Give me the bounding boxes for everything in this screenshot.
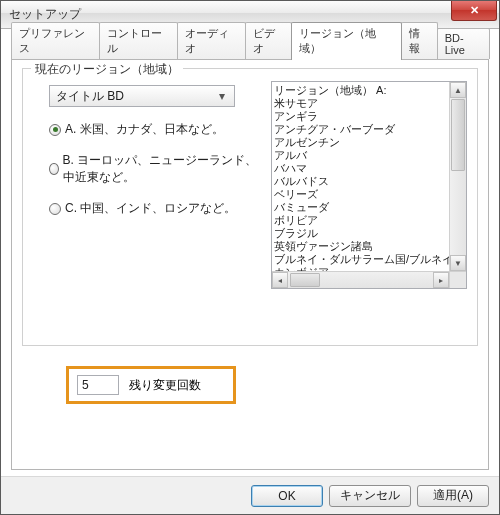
close-button[interactable]: ✕: [451, 1, 497, 21]
list-item[interactable]: ブルネイ・ダルサラーム国/ブルネイ: [274, 252, 447, 265]
tab-page-region: 現在のリージョン（地域） タイトル BD ▾ A. 米国、カナダ、日本など。B.…: [11, 59, 489, 470]
ok-button[interactable]: OK: [251, 485, 323, 507]
list-item[interactable]: バミューダ: [274, 200, 447, 213]
remaining-changes-label: 残り変更回数: [129, 377, 201, 394]
close-icon: ✕: [470, 4, 479, 17]
list-item[interactable]: アンギラ: [274, 109, 447, 122]
list-item[interactable]: ベリーズ: [274, 187, 447, 200]
combo-value: タイトル BD: [56, 88, 124, 105]
listbox-viewport: リージョン（地域） A:米サモアアンギラアンチグア・バーブーダアルゼンチンアルバ…: [272, 82, 449, 271]
right-column: リージョン（地域） A:米サモアアンギラアンチグア・バーブーダアルゼンチンアルバ…: [271, 81, 467, 335]
radio-icon: [49, 124, 61, 136]
remaining-changes-field[interactable]: 5: [77, 375, 119, 395]
dialog-window: セットアップ ✕ プリファレンスコントロールオーディオビデオリージョン（地域）情…: [0, 0, 500, 515]
tab-3[interactable]: ビデオ: [245, 22, 292, 59]
tab-6[interactable]: BD-Live: [437, 28, 490, 59]
radio-label: B. ヨーロッパ、ニュージーランド、中近東など。: [63, 152, 263, 186]
scroll-down-button[interactable]: ▼: [450, 255, 466, 271]
list-item[interactable]: リージョン（地域） A:: [274, 83, 447, 96]
cancel-button[interactable]: キャンセル: [329, 485, 411, 507]
region-option-2[interactable]: C. 中国、インド、ロシアなど。: [49, 200, 263, 217]
tab-0[interactable]: プリファレンス: [11, 22, 100, 59]
tab-1[interactable]: コントロール: [99, 22, 178, 59]
list-item[interactable]: 英領ヴァージン諸島: [274, 239, 447, 252]
region-option-0[interactable]: A. 米国、カナダ、日本など。: [49, 121, 263, 138]
button-bar: OK キャンセル 適用(A): [1, 476, 499, 514]
radio-icon: [49, 163, 59, 175]
horizontal-scrollbar[interactable]: ◂ ▸: [272, 271, 449, 288]
list-item[interactable]: バハマ: [274, 161, 447, 174]
list-item[interactable]: ボリビア: [274, 213, 447, 226]
scroll-right-button[interactable]: ▸: [433, 272, 449, 288]
title-type-select[interactable]: タイトル BD ▾: [49, 85, 235, 107]
remaining-changes-highlight: 5 残り変更回数: [66, 366, 236, 404]
list-item[interactable]: アルゼンチン: [274, 135, 447, 148]
tab-4[interactable]: リージョン（地域）: [291, 22, 401, 60]
list-item[interactable]: アンチグア・バーブーダ: [274, 122, 447, 135]
vertical-scroll-thumb[interactable]: [451, 99, 465, 171]
horizontal-scroll-thumb[interactable]: [290, 273, 320, 287]
region-radio-group: A. 米国、カナダ、日本など。B. ヨーロッパ、ニュージーランド、中近東など。C…: [49, 121, 263, 231]
vertical-scrollbar[interactable]: ▲ ▼: [449, 82, 466, 271]
client-area: プリファレンスコントロールオーディオビデオリージョン（地域）情報BD-Live …: [1, 29, 499, 476]
group-title: 現在のリージョン（地域）: [31, 61, 183, 78]
horizontal-track[interactable]: [288, 272, 433, 288]
scroll-up-button[interactable]: ▲: [450, 82, 466, 98]
scroll-left-button[interactable]: ◂: [272, 272, 288, 288]
left-column: タイトル BD ▾ A. 米国、カナダ、日本など。B. ヨーロッパ、ニュージーラ…: [33, 81, 263, 335]
list-item[interactable]: アルバ: [274, 148, 447, 161]
radio-label: A. 米国、カナダ、日本など。: [65, 121, 224, 138]
region-group: 現在のリージョン（地域） タイトル BD ▾ A. 米国、カナダ、日本など。B.…: [22, 68, 478, 346]
window-title: セットアップ: [9, 6, 451, 23]
scroll-corner: [449, 271, 466, 288]
radio-label: C. 中国、インド、ロシアなど。: [65, 200, 236, 217]
tab-strip: プリファレンスコントロールオーディオビデオリージョン（地域）情報BD-Live: [11, 37, 489, 59]
chevron-down-icon: ▾: [214, 89, 230, 103]
radio-icon: [49, 203, 61, 215]
list-item[interactable]: ブラジル: [274, 226, 447, 239]
tab-2[interactable]: オーディオ: [177, 22, 245, 59]
tab-5[interactable]: 情報: [401, 22, 438, 59]
region-option-1[interactable]: B. ヨーロッパ、ニュージーランド、中近東など。: [49, 152, 263, 186]
apply-button[interactable]: 適用(A): [417, 485, 489, 507]
group-inner: タイトル BD ▾ A. 米国、カナダ、日本など。B. ヨーロッパ、ニュージーラ…: [33, 81, 467, 335]
list-item[interactable]: バルバドス: [274, 174, 447, 187]
region-listbox[interactable]: リージョン（地域） A:米サモアアンギラアンチグア・バーブーダアルゼンチンアルバ…: [271, 81, 467, 289]
list-item[interactable]: 米サモア: [274, 96, 447, 109]
